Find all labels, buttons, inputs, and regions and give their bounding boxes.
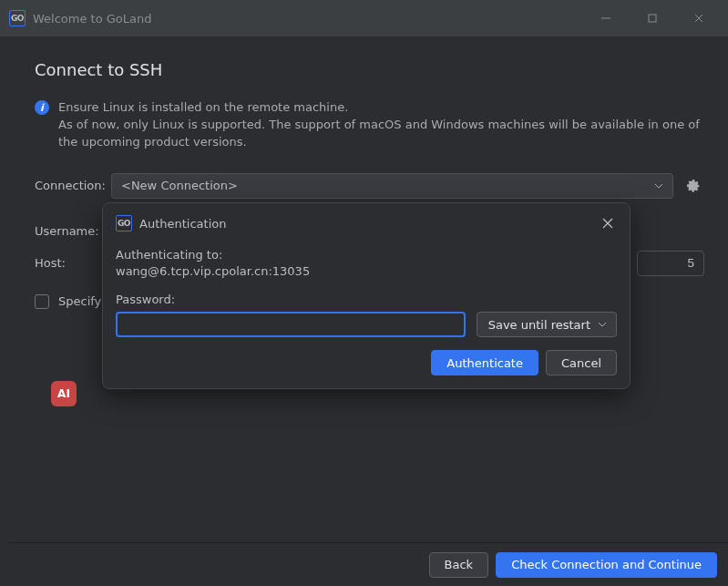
save-password-dropdown[interactable]: Save until restart (477, 312, 617, 337)
cancel-button[interactable]: Cancel (546, 350, 617, 375)
chevron-down-icon (654, 183, 663, 189)
left-strip (0, 36, 9, 586)
dialog-title: Authentication (139, 217, 226, 231)
authenticating-target: wang@6.tcp.vip.cpolar.cn:13035 (116, 263, 617, 280)
dialog-app-logo: GO (116, 215, 132, 231)
port-input[interactable] (637, 251, 704, 276)
authenticate-button[interactable]: Authenticate (431, 350, 538, 375)
info-banner: i Ensure Linux is installed on the remot… (35, 99, 704, 151)
chevron-down-icon (598, 322, 607, 327)
svg-rect-1 (649, 15, 656, 22)
app-logo: GO (9, 10, 26, 26)
info-icon: i (35, 100, 49, 115)
save-password-value: Save until restart (488, 318, 590, 332)
footer-bar: Back Check Connection and Continue (9, 542, 728, 586)
window-close-button[interactable] (678, 5, 719, 32)
info-line-2: As of now, only Linux is supported. The … (58, 117, 704, 151)
window-minimize-button[interactable] (585, 5, 626, 32)
password-input[interactable] (116, 312, 466, 337)
connection-label: Connection: (35, 179, 111, 192)
window-maximize-button[interactable] (631, 5, 672, 32)
connection-settings-button[interactable] (682, 175, 704, 197)
specify-checkbox[interactable] (35, 294, 49, 309)
title-bar: GO Welcome to GoLand (0, 0, 728, 36)
page-title: Connect to SSH (35, 60, 704, 79)
back-button[interactable]: Back (429, 552, 489, 578)
gear-icon (686, 179, 701, 193)
username-label: Username: (35, 224, 111, 238)
password-label: Password: (116, 293, 617, 306)
close-icon (601, 217, 614, 230)
connection-value: <New Connection> (121, 179, 238, 192)
connection-dropdown[interactable]: <New Connection> (111, 173, 673, 199)
check-connection-button[interactable]: Check Connection and Continue (496, 552, 717, 578)
ai-assistant-badge[interactable]: AI (51, 381, 77, 406)
authentication-dialog: GO Authentication Authenticating to: wan… (102, 202, 631, 389)
dialog-close-button[interactable] (599, 214, 617, 232)
info-line-1: Ensure Linux is installed on the remote … (58, 99, 704, 117)
authenticating-to-label: Authenticating to: (116, 247, 617, 263)
window-title: Welcome to GoLand (33, 12, 152, 26)
host-label: Host: (35, 256, 111, 270)
